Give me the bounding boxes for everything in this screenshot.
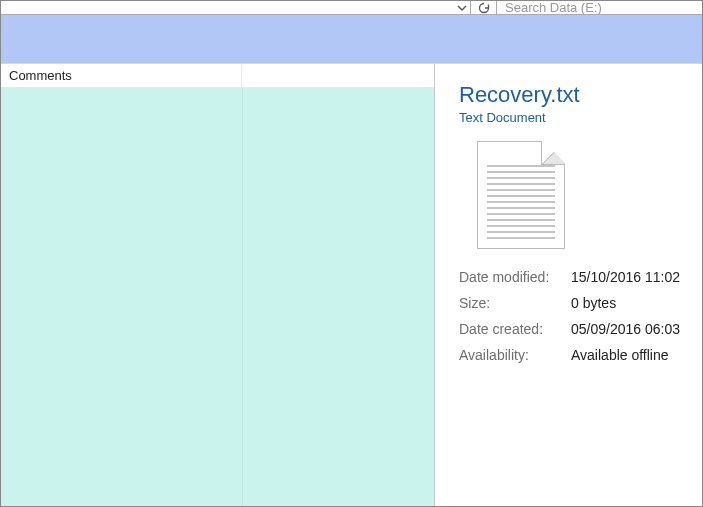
label-date-created: Date created:	[459, 319, 571, 340]
refresh-icon	[478, 2, 490, 14]
preview-filename: Recovery.txt	[459, 82, 682, 108]
text-document-icon	[477, 141, 565, 249]
file-list-body[interactable]	[1, 88, 434, 506]
label-date-modified: Date modified:	[459, 267, 571, 288]
value-date-created: 05/09/2016 06:03	[571, 319, 682, 340]
column-header-comments[interactable]: Comments	[1, 64, 242, 87]
chevron-down-icon[interactable]	[456, 2, 468, 14]
label-size: Size:	[459, 293, 571, 314]
label-availability: Availability:	[459, 345, 571, 366]
ribbon-strip	[1, 15, 702, 64]
value-size: 0 bytes	[571, 293, 682, 314]
value-date-modified: 15/10/2016 11:02	[571, 267, 682, 288]
address-bar[interactable]	[1, 1, 471, 14]
refresh-button[interactable]	[471, 1, 497, 14]
search-input[interactable]: Search Data (E:)	[497, 1, 702, 14]
address-search-bar: Search Data (E:)	[1, 1, 702, 15]
preview-metadata: Date modified: 15/10/2016 11:02 Size: 0 …	[459, 267, 682, 366]
list-selection-col2	[242, 88, 434, 506]
column-header-spacer[interactable]	[242, 64, 434, 87]
column-headers: Comments	[1, 64, 434, 88]
list-selection-col1	[1, 88, 242, 506]
value-availability: Available offline	[571, 345, 682, 366]
preview-filetype: Text Document	[459, 110, 682, 125]
content-area: Comments Recovery.txt Text Document Date…	[1, 64, 702, 506]
preview-icon-wrap	[477, 141, 682, 249]
file-list-pane: Comments	[1, 64, 435, 506]
preview-pane: Recovery.txt Text Document Date modified…	[435, 64, 702, 506]
